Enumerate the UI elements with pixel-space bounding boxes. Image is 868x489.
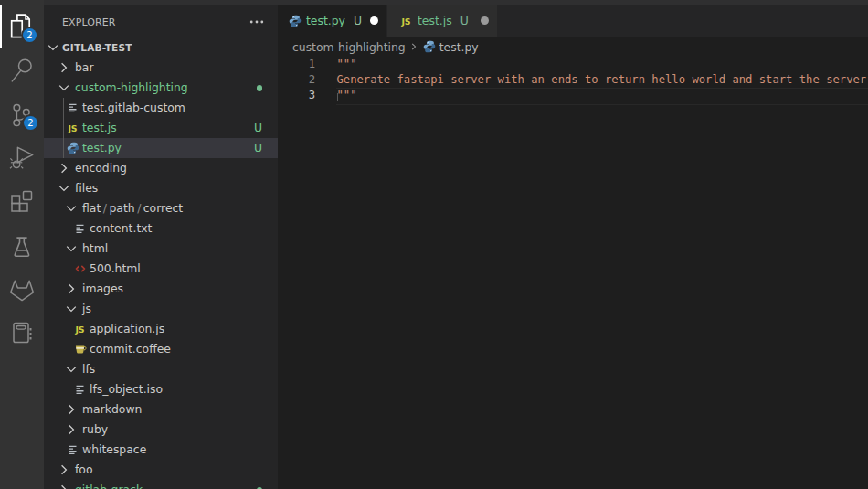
tab-test.py[interactable]: test.pyU <box>278 5 386 37</box>
tree-item-500.html[interactable]: 500.html <box>44 259 278 279</box>
tree-item-custom-highlighting[interactable]: custom-highlighting <box>44 78 278 98</box>
code-line-3: 3""" <box>278 88 868 103</box>
chevron-down-icon <box>64 201 79 216</box>
tree-item-label: 500.html <box>90 259 141 279</box>
tree-item-commit.coffee[interactable]: commit.coffee <box>44 339 278 359</box>
tab-test.js[interactable]: JStest.jsU <box>387 5 497 37</box>
file-python-icon <box>422 39 437 54</box>
tree-item-images[interactable]: images <box>44 279 278 299</box>
activity-bar-item-source-control[interactable]: 2 <box>0 92 44 136</box>
chevron-down-icon <box>64 302 79 316</box>
dirty-indicator-dot[interactable] <box>481 16 489 25</box>
svg-text:JS: JS <box>74 324 84 335</box>
tree-item-gitlab-grack[interactable]: gitlab-grack <box>44 480 278 489</box>
activity-bar-item-search[interactable] <box>0 48 44 92</box>
line-number: 1 <box>278 57 315 72</box>
activity-bar-item-run-and-debug[interactable] <box>0 136 44 180</box>
path-separator: / <box>135 201 143 215</box>
activity-bar: 22 <box>0 0 44 489</box>
tree-item-label: lfs <box>82 359 95 379</box>
chevron-down-icon <box>46 40 60 55</box>
explorer-sidebar: EXPLORER GITLAB-TESTbarcustom-highlighti… <box>44 5 278 489</box>
file-coffee-icon <box>73 342 88 356</box>
text-cursor <box>337 93 338 101</box>
dirty-indicator-dot[interactable] <box>370 16 378 25</box>
tree-item-lfs-object.iso[interactable]: lfs_object.iso <box>44 379 278 399</box>
chevron-right-icon <box>57 60 71 75</box>
tree-item-js[interactable]: js <box>44 299 278 319</box>
gitlab-icon <box>7 275 37 304</box>
tree-item-flat-path-correct[interactable]: flat/path/correct <box>44 198 278 218</box>
vscode-window: 22 EXPLORER GITLAB-TESTbarcustom-highlig… <box>0 0 868 489</box>
tree-item-whitespace[interactable]: whitespace <box>44 440 278 460</box>
chevron-right-icon <box>57 483 71 489</box>
activity-bar-item-extensions[interactable] <box>0 180 44 224</box>
line-number: 2 <box>278 72 315 88</box>
tree-item-test.gitlab-custom[interactable]: test.gitlab-custom <box>44 98 278 118</box>
activity-bar-item-testing[interactable] <box>0 224 44 268</box>
tree-item-gitlab-test[interactable]: GITLAB-TEST <box>44 37 278 58</box>
path-segment[interactable]: correct <box>143 201 183 215</box>
tree-item-html[interactable]: html <box>44 239 278 259</box>
tree-item-test.py[interactable]: test.pyU <box>44 138 278 158</box>
tree-item-label: html <box>82 239 108 259</box>
tree-item-label: commit.coffee <box>90 339 171 359</box>
chevron-down-icon <box>64 241 79 256</box>
tree-item-encoding[interactable]: encoding <box>44 158 278 178</box>
file-text-icon <box>66 442 80 457</box>
beaker-icon <box>7 231 37 260</box>
chevron-right-icon <box>408 40 420 53</box>
tree-item-label: lfs_object.iso <box>90 379 163 399</box>
editor[interactable]: 1"""2Generate fastapi server with an end… <box>278 57 868 489</box>
file-js-icon: JS <box>66 121 80 135</box>
badge: 2 <box>24 116 37 130</box>
editor-group: test.pyUJStest.jsU custom-highlightingte… <box>278 5 868 489</box>
tree-item-ruby[interactable]: ruby <box>44 420 278 440</box>
tree-item-label: bar <box>75 58 94 78</box>
notebook-icon <box>7 319 37 348</box>
tab-bar: test.pyUJStest.jsU <box>278 5 868 37</box>
file-js-icon: JS <box>399 14 414 28</box>
breadcrumb-file[interactable]: test.py <box>439 40 479 54</box>
more-actions-icon[interactable] <box>248 13 266 31</box>
tree-item-content.txt[interactable]: content.txt <box>44 218 278 239</box>
line-number: 3 <box>278 88 315 103</box>
git-status-badge: U <box>254 138 262 158</box>
sidebar-title: EXPLORER <box>62 16 116 28</box>
file-tree: GITLAB-TESTbarcustom-highlightingtest.gi… <box>44 37 278 489</box>
indent-guide <box>63 98 64 158</box>
tree-item-lfs[interactable]: lfs <box>44 359 278 379</box>
tree-item-label: encoding <box>75 158 127 178</box>
activity-bar-item-gitlab-workflow[interactable] <box>0 268 44 312</box>
activity-bar-item-explorer[interactable]: 2 <box>0 5 44 48</box>
chevron-down-icon <box>57 80 71 95</box>
activity-bar-item-notebook[interactable] <box>0 312 44 356</box>
search-icon <box>7 56 37 85</box>
code-line-1: 1""" <box>278 57 868 72</box>
path-segment[interactable]: path <box>109 201 134 215</box>
git-status-badge: U <box>254 118 262 138</box>
tree-item-label: markdown <box>82 399 142 420</box>
chevron-right-icon <box>64 282 79 296</box>
tree-item-label: js <box>82 299 91 319</box>
tree-item-label: test.js <box>82 118 117 138</box>
tree-item-markdown[interactable]: markdown <box>44 399 278 420</box>
svg-text:JS: JS <box>400 16 410 27</box>
tab-label: test.js <box>418 14 452 27</box>
tree-item-files[interactable]: files <box>44 178 278 198</box>
tree-item-foo[interactable]: foo <box>44 460 278 480</box>
tree-item-label: test.gitlab-custom <box>82 98 185 118</box>
tree-item-label: flat/path/correct <box>82 198 183 218</box>
tree-item-label: custom-highlighting <box>75 78 188 98</box>
tree-item-application.js[interactable]: JSapplication.js <box>44 319 278 339</box>
file-text-icon <box>66 101 80 115</box>
breadcrumb-folder[interactable]: custom-highlighting <box>292 40 406 54</box>
tree-item-label: ruby <box>82 420 108 440</box>
tree-item-bar[interactable]: bar <box>44 58 278 78</box>
tree-item-label: files <box>75 178 98 198</box>
tree-item-test.js[interactable]: JStest.jsU <box>44 118 278 138</box>
svg-text:JS: JS <box>67 123 77 133</box>
path-segment[interactable]: flat <box>82 201 101 215</box>
chevron-right-icon <box>57 161 71 175</box>
chevron-down-icon <box>57 181 71 196</box>
